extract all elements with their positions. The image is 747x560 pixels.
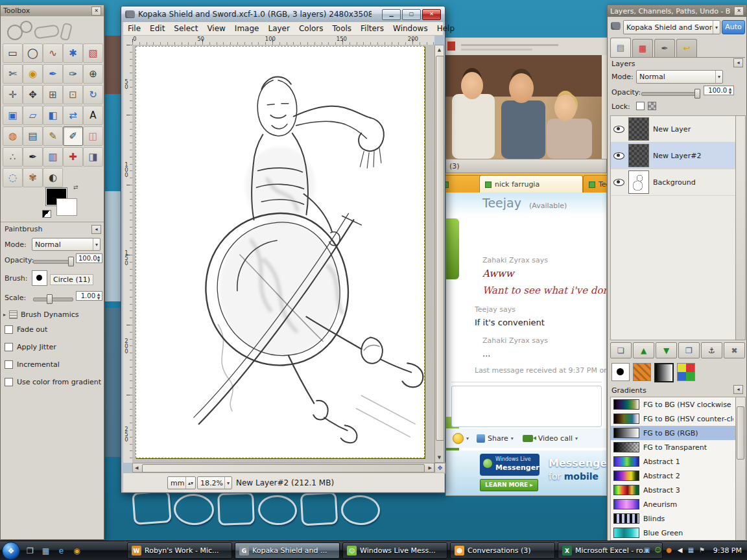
tool-free-select[interactable]: ∿: [43, 43, 63, 63]
layer-opacity-handle[interactable]: [694, 89, 700, 99]
menu-item[interactable]: Image: [230, 22, 264, 35]
layers-dock-window[interactable]: Layers, Channels, Paths, Undo - Br... ✕ …: [607, 5, 747, 541]
colormap-swatch[interactable]: [677, 363, 695, 381]
layer-name[interactable]: Background: [653, 178, 696, 187]
tool-move[interactable]: ✥: [23, 85, 43, 104]
option-checkbox-row[interactable]: Incremental: [1, 356, 104, 373]
gradient-item-fg-to-bg-hsv-clockwise-hue-[interactable]: FG to BG (HSV clockwise hue): [611, 397, 736, 412]
conversation-tab-nick-farrugia[interactable]: nick farrugia: [479, 175, 583, 192]
chevron-down-icon[interactable]: ▾: [715, 71, 722, 83]
active-brush-swatch[interactable]: [611, 363, 630, 381]
clock[interactable]: 9:38 PM: [713, 546, 742, 555]
layer-thumbnail[interactable]: [628, 170, 649, 194]
scale-slider-handle[interactable]: [47, 294, 53, 304]
gradient-item-abstract-1[interactable]: Abstract 1: [611, 454, 736, 469]
tool-eraser[interactable]: ◫: [83, 126, 103, 146]
scroll-down-icon[interactable]: ▼: [435, 455, 444, 460]
gradients-scroll-thumb[interactable]: [737, 406, 744, 460]
unit-selector[interactable]: mm ▴▾: [167, 476, 196, 489]
start-button[interactable]: ❖: [2, 542, 20, 560]
layer-name[interactable]: New Layer: [653, 125, 691, 134]
anchor-layer-button[interactable]: ⚓: [701, 342, 722, 358]
tool-foreground-select[interactable]: ◉: [23, 64, 43, 84]
menu-item[interactable]: Tools: [328, 22, 357, 35]
menu-item[interactable]: File: [123, 22, 145, 35]
image-selector[interactable]: Kopaka Shield and Sword.xcf-1 ▾: [623, 20, 720, 34]
ad-banner[interactable]: Windows Live Messenger LEARN MORE ▸ Mess…: [446, 450, 606, 496]
gradient-item-abstract-2[interactable]: Abstract 2: [611, 469, 736, 483]
tool-clone[interactable]: ▥: [43, 147, 63, 167]
toolbox-titlebar[interactable]: Toolbox ✕: [1, 5, 104, 16]
layer-row[interactable]: New Layer#2: [611, 143, 736, 169]
image-canvas[interactable]: [136, 46, 425, 458]
delete-layer-button[interactable]: ✖: [724, 342, 745, 358]
spin-arrows-icon[interactable]: ▲▼: [728, 87, 733, 95]
gradient-item-blue-green[interactable]: Blue Green: [611, 526, 736, 540]
menu-item[interactable]: View: [202, 22, 230, 35]
tool-shear[interactable]: ▱: [23, 106, 43, 125]
messenger-window[interactable]: (3) nick farrugia Teej Teejay (Available…: [445, 159, 607, 496]
panel-menu-icon[interactable]: ◂: [733, 58, 743, 67]
collapse-panel-icon[interactable]: ◂: [91, 225, 101, 234]
horizontal-scrollbar[interactable]: ◀ ▶: [132, 463, 434, 472]
menu-item[interactable]: Select: [169, 22, 202, 35]
tray-messenger-status[interactable]: ☺: [653, 546, 663, 554]
taskbar-button-conversations[interactable]: ☻ Conversations (3): [450, 542, 555, 559]
menu-item[interactable]: Windows: [388, 22, 433, 35]
emoticon-button[interactable]: [453, 433, 464, 444]
gimp-image-window[interactable]: Kopaka Shield and Sword.xcf-1.0 (RGB, 3 …: [121, 6, 445, 493]
active-pattern-swatch[interactable]: [633, 363, 651, 381]
scroll-right-icon[interactable]: ▶: [429, 465, 432, 471]
tray-network[interactable]: ▦: [686, 546, 696, 554]
checkbox[interactable]: [5, 343, 13, 351]
tool-smudge[interactable]: ✾: [23, 168, 43, 187]
close-icon[interactable]: ✕: [91, 6, 101, 16]
background-color-swatch[interactable]: [56, 198, 77, 216]
new-layer-button[interactable]: ❏: [610, 342, 632, 358]
duplicate-layer-button[interactable]: ❐: [678, 342, 700, 358]
horizontal-scroll-thumb[interactable]: [142, 464, 425, 472]
tool-color-picker[interactable]: ✑: [63, 64, 83, 84]
scale-value[interactable]: 1.00 ▲▼: [76, 291, 102, 301]
tool-blur-sharpen[interactable]: ◌: [3, 168, 23, 187]
option-checkbox-row[interactable]: Fade out: [1, 321, 104, 338]
auto-button[interactable]: Auto: [722, 20, 745, 34]
brush-dynamics-expander[interactable]: ▸ Brush Dynamics: [3, 308, 79, 321]
gradient-item-blinds[interactable]: Blinds: [611, 511, 736, 526]
quicklaunch-window-switcher[interactable]: ▦: [39, 544, 53, 557]
opacity-slider-handle[interactable]: [68, 257, 74, 266]
lower-layer-button[interactable]: ▼: [656, 342, 677, 358]
gradient-item-fg-to-bg-rgb-[interactable]: FG to BG (RGB): [611, 426, 736, 440]
image-window-titlebar[interactable]: Kopaka Shield and Sword.xcf-1.0 (RGB, 3 …: [121, 6, 445, 22]
gradient-item-fg-to-bg-hsv-counter-clockwise-[interactable]: FG to BG (HSV counter-clockwise): [611, 412, 736, 426]
tray-alert[interactable]: ●: [664, 546, 674, 554]
option-checkbox-row[interactable]: Apply Jitter: [1, 338, 104, 356]
brush-name[interactable]: Circle (11): [50, 274, 93, 285]
message-input[interactable]: [451, 386, 602, 427]
spin-arrows-icon[interactable]: ▲▼: [96, 292, 101, 300]
layer-list-scrollbar[interactable]: [735, 115, 746, 340]
chevron-down-icon[interactable]: ▾: [93, 239, 100, 250]
tool-blend[interactable]: ▤: [23, 126, 43, 146]
menu-item[interactable]: Help: [433, 22, 459, 35]
gradient-item-abstract-3[interactable]: Abstract 3: [611, 483, 736, 497]
tool-airbrush[interactable]: ∴: [3, 147, 23, 167]
scroll-up-icon[interactable]: ▲: [435, 45, 444, 52]
brush-preview[interactable]: [32, 270, 47, 286]
layer-name[interactable]: New Layer#2: [653, 152, 701, 160]
tool-paintbrush[interactable]: ✐: [63, 126, 83, 146]
layer-opacity-slider[interactable]: [641, 92, 700, 96]
taskbar-button-robyns-work[interactable]: W Robyn's Work - Mic...: [127, 542, 232, 559]
menu-item[interactable]: Colors: [294, 22, 328, 35]
taskbar-button-windows-live-messenger[interactable]: ☺ Windows Live Mess...: [342, 542, 447, 559]
gradient-item-aneurism[interactable]: Aneurism: [611, 497, 736, 511]
layer-thumbnail[interactable]: [628, 117, 649, 141]
vertical-scrollbar[interactable]: ▲ ▼: [434, 45, 444, 463]
tool-text[interactable]: A: [83, 106, 103, 125]
chevron-down-icon[interactable]: ▾: [713, 21, 720, 34]
mode-select[interactable]: Normal ▾: [32, 238, 101, 251]
tool-crop[interactable]: ⊡: [63, 85, 83, 104]
share-button[interactable]: Share: [488, 434, 508, 443]
close-icon[interactable]: ✕: [734, 6, 744, 16]
chevron-down-icon[interactable]: ▾: [224, 477, 231, 489]
